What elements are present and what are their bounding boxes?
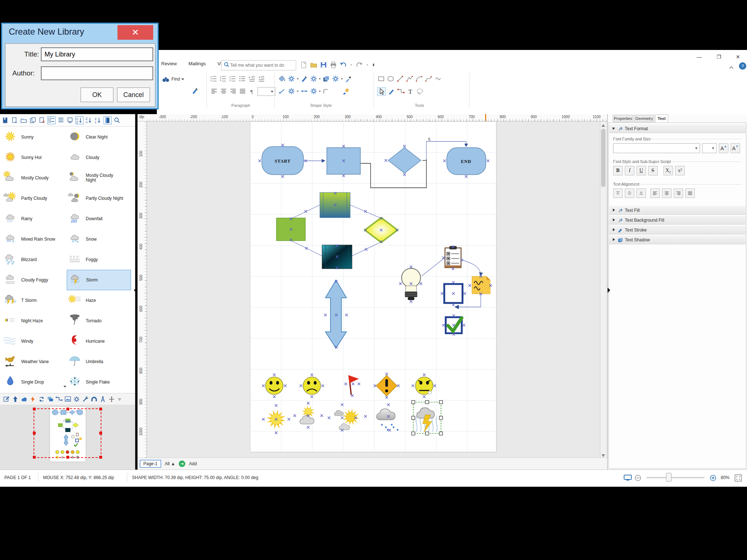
- arrowstart-gear-icon[interactable]: [287, 87, 295, 95]
- clipboard-shape[interactable]: [445, 246, 461, 268]
- text-tool-icon[interactable]: T: [406, 88, 414, 96]
- add-page-icon[interactable]: ➜: [179, 460, 185, 467]
- justify-icon[interactable]: [239, 88, 247, 96]
- stroke-stroke-pen-icon[interactable]: [300, 75, 308, 83]
- align-center-icon[interactable]: [220, 88, 228, 96]
- image-tool-icon[interactable]: [64, 396, 71, 403]
- expand-tools-caret-icon[interactable]: [63, 388, 66, 394]
- italic-button[interactable]: I: [625, 166, 634, 175]
- stencil-item-downfall[interactable]: Downfall: [67, 209, 131, 229]
- edit-shape-icon[interactable]: [3, 396, 10, 403]
- stencil-item-night-haze[interactable]: Night Haze: [2, 311, 66, 331]
- stencil-item-rainy[interactable]: Rainy: [2, 209, 66, 229]
- draw-arc-icon[interactable]: [415, 75, 423, 83]
- open-icon[interactable]: [310, 61, 318, 69]
- help-icon[interactable]: ?: [739, 62, 746, 70]
- section-text-stroke[interactable]: Text Stroke: [609, 226, 746, 234]
- scrollbar-thumb[interactable]: [601, 129, 605, 187]
- tab-review[interactable]: Review: [160, 59, 178, 68]
- print-icon[interactable]: [329, 61, 337, 69]
- add-page-label[interactable]: Add: [189, 461, 197, 466]
- stencil-item-tornado[interactable]: Tornado: [67, 311, 131, 331]
- stencil-item-umbrella[interactable]: Umbrella: [67, 351, 131, 372]
- corner-round-icon[interactable]: [322, 87, 330, 95]
- draw-rect-icon[interactable]: [377, 75, 385, 83]
- eyedropper-icon[interactable]: [344, 75, 352, 83]
- scroll-up-icon[interactable]: [601, 122, 605, 129]
- library-save-icon[interactable]: [2, 117, 9, 124]
- paragraph-style-combo[interactable]: [258, 87, 275, 96]
- zoom-slider-track[interactable]: [646, 477, 705, 478]
- close-button[interactable]: ✕: [732, 53, 743, 61]
- undo-caret-icon[interactable]: [349, 63, 353, 67]
- monitor-icon[interactable]: [624, 474, 632, 483]
- stroke-caret-icon[interactable]: ▾: [319, 77, 321, 81]
- binoculars-icon[interactable]: [161, 75, 170, 83]
- outdent-icon[interactable]: [258, 75, 266, 83]
- shadow-gear-icon[interactable]: [332, 75, 340, 83]
- stencil-item-single-drop[interactable]: Single Drop: [2, 372, 66, 392]
- new-document-icon[interactable]: [300, 61, 308, 69]
- stroke-gear-icon[interactable]: [310, 75, 318, 83]
- connector-tool-icon[interactable]: [55, 396, 63, 403]
- spacing-icon[interactable]: [220, 75, 228, 83]
- library-copy-icon[interactable]: [29, 117, 36, 124]
- sort-count-icon[interactable]: 21: [94, 117, 102, 124]
- section-text-shadow[interactable]: Text Shadow: [609, 236, 746, 244]
- library-open-icon[interactable]: [20, 117, 27, 124]
- title-field[interactable]: [41, 47, 153, 61]
- sort-asc-icon[interactable]: AZ: [76, 116, 84, 124]
- stencil-item-mixed-rain-snow[interactable]: Mixed Rain Snow: [2, 229, 66, 249]
- stencil-item-foggy[interactable]: Foggy: [67, 249, 131, 270]
- view-list-icon[interactable]: [57, 117, 65, 124]
- search-input[interactable]: [229, 62, 293, 68]
- stencil-item-sunny-hot[interactable]: Sunny Hot: [2, 147, 66, 168]
- pilcrow-icon[interactable]: ¶: [248, 88, 256, 96]
- decrease-font-button[interactable]: A▼: [731, 143, 740, 153]
- zoom-out-icon[interactable]: [635, 475, 641, 483]
- align-top-button[interactable]: [613, 188, 623, 198]
- dialog-close-button[interactable]: ✕: [117, 25, 153, 40]
- indent-icon[interactable]: [248, 75, 256, 83]
- section-text-background-fill[interactable]: Text Background Fill: [609, 216, 746, 225]
- sort-desc-icon[interactable]: ZA: [85, 117, 93, 124]
- section-text-fill[interactable]: Text Fill: [609, 206, 746, 215]
- freeform-icon[interactable]: [20, 396, 28, 403]
- ok-button[interactable]: OK: [81, 88, 113, 102]
- loop-tool-icon[interactable]: [38, 396, 45, 403]
- stencil-item-single-flake[interactable]: Single Flake: [67, 372, 131, 392]
- stencil-item-partly-cloudy-night[interactable]: Partly Cloudy Night: [67, 188, 131, 209]
- strikethrough-button[interactable]: S: [648, 166, 658, 175]
- bold-button[interactable]: B: [613, 166, 623, 175]
- stencil-item-clear-night[interactable]: Clear Night: [67, 127, 131, 147]
- format-painter-icon[interactable]: [190, 86, 199, 95]
- text-format-header[interactable]: Text Format: [609, 124, 746, 133]
- dimension-tool-icon[interactable]: [108, 396, 115, 403]
- search-icon[interactable]: [113, 117, 121, 124]
- collapse-left-panel-icon[interactable]: [133, 287, 136, 295]
- pointer-icon[interactable]: [377, 87, 386, 96]
- stencil-item-cloudy[interactable]: Cloudy: [67, 147, 131, 168]
- shadow-caret-icon[interactable]: ▾: [341, 77, 343, 81]
- tab-mailings[interactable]: Mailings: [188, 59, 207, 68]
- align-middle-button[interactable]: [625, 188, 634, 198]
- tools-icon[interactable]: [82, 396, 89, 403]
- library-new-icon[interactable]: [11, 117, 18, 124]
- more-tools-icon[interactable]: [117, 396, 123, 402]
- arrow-tool-icon[interactable]: [12, 396, 19, 403]
- align-left-icon[interactable]: [210, 88, 218, 96]
- page-tab[interactable]: Page-1: [140, 460, 161, 468]
- author-field[interactable]: [41, 66, 153, 80]
- draw-freeform-icon[interactable]: [434, 75, 442, 83]
- pen-tool-icon[interactable]: [387, 88, 395, 96]
- spacing-icon[interactable]: [210, 75, 218, 83]
- happy-face-shape[interactable]: [266, 377, 283, 394]
- align-justify-button[interactable]: [685, 188, 695, 198]
- minimize-button[interactable]: —: [694, 53, 705, 61]
- spacing-icon[interactable]: [229, 75, 237, 83]
- stencil-item-snow[interactable]: Snow: [67, 229, 131, 249]
- tab-properties[interactable]: Properties: [613, 115, 633, 122]
- library-book-icon[interactable]: [104, 116, 112, 124]
- collapse-right-panel-icon[interactable]: [608, 287, 611, 295]
- subscript-button[interactable]: X₂: [663, 166, 673, 175]
